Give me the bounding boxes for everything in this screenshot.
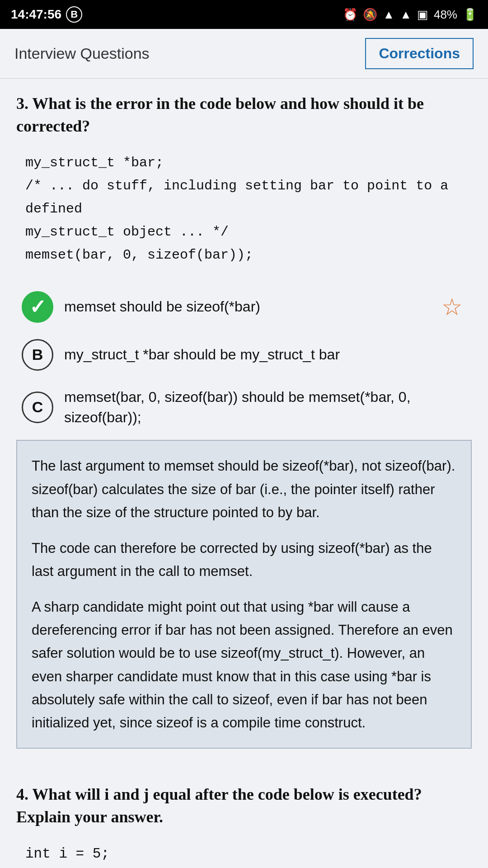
answer-icon-b: B [22,339,53,371]
answer-row-b[interactable]: B my_struct_t *bar should be my_struct_t… [16,331,472,379]
answer-text-c: memset(bar, 0, sizeof(bar)) should be me… [64,387,466,428]
explanation-p1: The last argument to memset should be si… [32,454,456,524]
status-left: 14:47:56 B [11,6,82,23]
checkmark-icon: ✓ [29,295,46,318]
star-icon[interactable]: ☆ [441,293,463,321]
answer-text-b: my_struct_t *bar should be my_struct_t b… [64,344,466,365]
answer-icon-a: ✓ [22,291,53,323]
main-content: 3. What is the error in the code below a… [0,79,488,767]
code-line-4: memset(bar, 0, sizeof(bar)); [25,244,472,267]
answer-icon-c: C [22,392,53,423]
sim-icon: ▣ [417,8,428,22]
app-header: Interview Questions Corrections [0,29,488,79]
answer-text-a: memset should be sizeof(*bar) [64,297,466,317]
explanation-box: The last argument to memset should be si… [16,440,472,749]
code-line-1: my_struct_t *bar; [25,151,472,175]
status-bar: 14:47:56 B ⏰ 🔕 ▲ ▲ ▣ 48% 🔋 [0,0,488,29]
q4-code-line-1: int i = 5; [25,842,472,866]
network-icon: ▲ [400,8,412,22]
explanation-p3: A sharp candidate might point out that u… [32,595,456,734]
answer-row-c[interactable]: C memset(bar, 0, sizeof(bar)) should be … [16,379,472,436]
signal-icon: ▲ [383,8,394,22]
battery-text: 48% [434,8,457,22]
battery-icon: 🔋 [463,8,477,22]
status-time: 14:47:56 [11,7,61,22]
bell-mute-icon: 🔕 [363,8,377,22]
status-right: ⏰ 🔕 ▲ ▲ ▣ 48% 🔋 [343,8,477,22]
question4-code: int i = 5; int j = i++; [25,842,472,868]
corrections-button[interactable]: Corrections [365,38,474,69]
code-line-3: my_struct_t object ... */ [25,221,472,244]
code-line-2: /* ... do stuff, including setting bar t… [25,175,472,221]
status-b-icon: B [66,6,82,23]
question3-title: 3. What is the error in the code below a… [16,92,472,138]
answer-row-a[interactable]: ✓ memset should be sizeof(*bar) ☆ [16,283,472,331]
question3-code: my_struct_t *bar; /* ... do stuff, inclu… [25,151,472,267]
q4-code-line-2: int j = i++; [25,866,472,868]
question4-title: 4. What will i and j equal after the cod… [16,783,472,829]
question4-section: 4. What will i and j equal after the cod… [0,767,488,868]
alarm-icon: ⏰ [343,8,357,22]
explanation-p2: The code can therefore be corrected by u… [32,537,456,583]
header-title: Interview Questions [14,45,150,62]
answer-options: ✓ memset should be sizeof(*bar) ☆ B my_s… [16,283,472,436]
